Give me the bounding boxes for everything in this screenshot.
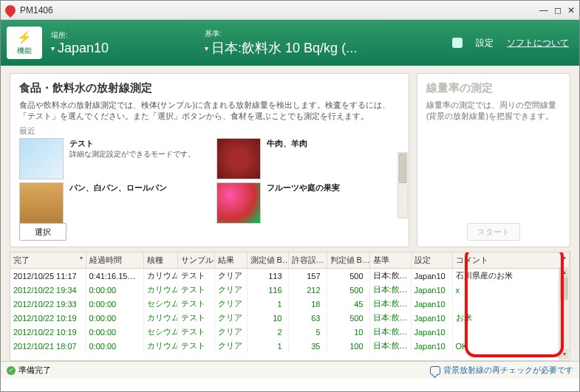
col-header[interactable]: 核種 [143, 252, 177, 269]
cell: クリア [214, 339, 247, 353]
cell: 2012/10/22 19:34 [10, 283, 86, 297]
scroll-down-icon[interactable]: ▾ [559, 349, 569, 360]
cell: 石川県産のお米 [452, 269, 570, 283]
cell: 1 [247, 297, 288, 311]
bolt-icon: ⚡ [17, 30, 32, 44]
cell: 35 [288, 339, 327, 353]
chevron-down-icon: ▾ [51, 44, 55, 52]
col-header[interactable]: コメント▾ [452, 252, 570, 269]
status-message[interactable]: 背景放射線の再チェックが必要です [443, 365, 573, 376]
cell: カリウム [143, 339, 177, 353]
cell: 0:41:16.15… [86, 269, 143, 283]
cell: 116 [247, 283, 288, 297]
cell: テスト [177, 297, 214, 311]
settings-link[interactable]: 設定 [476, 37, 494, 49]
cell: お米 [452, 311, 570, 325]
recent-label: 最近 [19, 126, 400, 137]
standard-label: 基準: [205, 29, 357, 39]
cell: 2012/10/22 10:19 [10, 311, 86, 325]
cell: セシウム [143, 297, 177, 311]
cell: 212 [288, 283, 327, 297]
table-row[interactable]: 2012/10/22 19:330:00:00セシウムテストクリア11845日本… [10, 297, 570, 311]
panel-title: 線量率の測定 [426, 81, 561, 95]
select-button[interactable]: 選択 [19, 223, 66, 241]
cell: テスト [177, 283, 214, 297]
table-row[interactable]: 2012/10/22 19:340:00:00カリウムテストクリア1162125… [10, 283, 570, 297]
cell: テスト [177, 325, 214, 339]
maximize-button[interactable]: ◻ [554, 5, 562, 16]
standard-dropdown[interactable]: 基準: ▾日本:飲料水 10 Bq/kg (... [205, 29, 357, 57]
food-item-meat[interactable]: 牛肉、羊肉 [216, 138, 400, 179]
place-dropdown[interactable]: 場所: ▾Japan10 [51, 30, 109, 56]
col-header[interactable]: 許容誤… [288, 252, 327, 269]
cell: Japan10 [411, 311, 452, 325]
cell: 5 [288, 325, 327, 339]
food-item-bread[interactable]: パン、白パン、ロールパン [19, 182, 203, 224]
cell: Japan10 [411, 269, 452, 283]
start-button[interactable]: スタート [467, 223, 520, 241]
col-header[interactable]: 結果 [214, 252, 247, 269]
dose-rate-panel: 線量率の測定 線量率の測定では、周りの空間線量(背景の放射線量)を把握できます。… [417, 73, 570, 247]
table-row[interactable]: 2012/10/22 10:190:00:00カリウムテストクリア1063500… [10, 311, 570, 325]
table-row[interactable]: 2012/10/25 11:170:41:16.15…カリウムテストクリア113… [10, 269, 570, 283]
cell: テスト [177, 269, 214, 283]
cell: x [452, 283, 570, 297]
table-scrollbar[interactable]: ▴ ▾ [559, 267, 569, 360]
col-header[interactable]: 経過時間 [86, 252, 143, 269]
cell: 500 [327, 311, 369, 325]
status-ready: 準備完了 [18, 365, 51, 376]
bubble-icon [430, 366, 440, 375]
cell: Japan10 [411, 325, 452, 339]
minimize-button[interactable]: — [539, 5, 548, 16]
table-row[interactable]: 2012/10/22 10:190:00:00セシウムテストクリア2510日本:… [10, 325, 570, 339]
close-button[interactable]: ✕ [567, 5, 575, 16]
col-header[interactable]: サンプル [177, 252, 214, 269]
col-header[interactable]: 設定 [411, 252, 452, 269]
check-icon: ✓ [7, 366, 16, 375]
cell: 日本:飲… [369, 311, 411, 325]
cell: クリア [214, 283, 247, 297]
col-header[interactable]: 完了▾ [10, 252, 86, 269]
cell: 日本:飲… [369, 283, 411, 297]
cell: 500 [327, 283, 369, 297]
function-label: 機能 [17, 46, 32, 56]
cell: 18 [288, 297, 327, 311]
col-header[interactable]: 基準 [369, 252, 411, 269]
thumb-test [19, 138, 64, 179]
cell: セシウム [143, 325, 177, 339]
table-row[interactable]: 2012/10/21 18:070:00:00カリウムテストクリア135100日… [10, 339, 570, 353]
cell [452, 297, 570, 311]
scroll-up-icon[interactable]: ▴ [559, 267, 569, 278]
panel-desc: 線量率の測定では、周りの空間線量(背景の放射線量)を把握できます。 [426, 100, 561, 122]
cell: 113 [247, 269, 288, 283]
col-header[interactable]: 判定値 B… [327, 252, 369, 269]
place-value: Japan10 [58, 41, 109, 56]
cell: 2012/10/22 19:33 [10, 297, 86, 311]
cell: カリウム [143, 269, 177, 283]
cell: クリア [214, 269, 247, 283]
cell: クリア [214, 311, 247, 325]
thumb-fruit [216, 182, 261, 224]
app-icon [3, 3, 18, 18]
cell: Japan10 [411, 283, 452, 297]
food-title: パン、白パン、ロールパン [69, 182, 167, 193]
cell: カリウム [143, 283, 177, 297]
cell: 0:00:00 [86, 339, 143, 353]
cell: 2012/10/25 11:17 [10, 269, 86, 283]
food-item-fruit[interactable]: フルーツや庭の果実 [216, 182, 400, 224]
function-button[interactable]: ⚡ 機能 [7, 27, 42, 59]
col-header[interactable]: 測定値 B… [247, 252, 288, 269]
results-table: 完了▾経過時間核種サンプル結果測定値 B…許容誤…判定値 B…基準設定コメント▾… [10, 252, 570, 361]
body: 食品・飲料水の放射線測定 食品や飲料水の放射線測定では、検体(サンプル)に含まれ… [1, 66, 579, 361]
food-item-test[interactable]: テスト 詳細な測定設定ができるモードです。 [19, 138, 203, 179]
panel-desc: 食品や飲料水の放射線測定では、検体(サンプル)に含まれる放射線量を検出します。検… [19, 100, 400, 122]
thumb-meat [216, 138, 261, 179]
place-label: 場所: [51, 30, 109, 41]
panel-scrollbar[interactable] [398, 152, 408, 219]
chevron-down-icon: ▾ [205, 44, 208, 52]
about-link[interactable]: ソフトについて [507, 37, 569, 49]
cell: 日本:飲… [369, 297, 411, 311]
window-controls: — ◻ ✕ [539, 5, 575, 16]
cell [452, 325, 570, 339]
cell: 2 [247, 325, 288, 339]
